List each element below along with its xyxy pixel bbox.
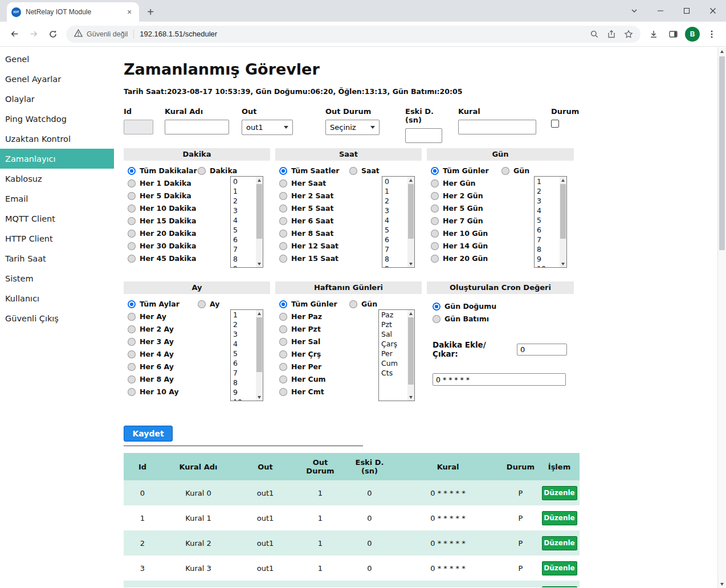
scroll-thumb[interactable]: [408, 184, 414, 239]
listbox[interactable]: 12345678910: [230, 309, 263, 401]
scroll-thumb[interactable]: [560, 184, 566, 239]
bookmark-star-icon[interactable]: [621, 27, 636, 42]
close-window-button[interactable]: [700, 0, 726, 22]
scroll-thumb[interactable]: [408, 317, 414, 385]
option[interactable]: Her 5 Dakika: [128, 191, 198, 200]
list-option[interactable]: 4: [231, 215, 256, 225]
option-list[interactable]: Gün: [349, 300, 415, 308]
option-all[interactable]: Tüm Saatler: [279, 166, 349, 175]
option[interactable]: Her 1 Dakika: [128, 179, 198, 187]
option[interactable]: Her 4 Ay: [128, 350, 198, 358]
option[interactable]: Her Çrş: [279, 350, 349, 358]
list-option[interactable]: 1: [382, 186, 407, 196]
option[interactable]: Her Sal: [279, 337, 349, 346]
list-option[interactable]: 6: [231, 358, 256, 368]
option[interactable]: Her 15 Saat: [279, 254, 349, 263]
list-option[interactable]: 8: [231, 254, 256, 264]
list-option[interactable]: 9: [382, 264, 407, 267]
list-option[interactable]: 6: [535, 225, 560, 235]
scroll-up-icon[interactable]: [407, 310, 414, 317]
option-list[interactable]: Saat: [349, 166, 415, 175]
scroll-down-icon[interactable]: [407, 394, 414, 401]
edit-button[interactable]: Düzenle: [542, 561, 577, 575]
option[interactable]: Her Ay: [128, 312, 198, 321]
sidebar-item-0[interactable]: Genel: [0, 49, 114, 69]
option[interactable]: Her 8 Saat: [279, 229, 349, 238]
sidebar-item-3[interactable]: Ping Watchdog: [0, 109, 114, 129]
url-text[interactable]: 192.168.1.51/scheduler: [140, 30, 217, 38]
listbox-scrollbar[interactable]: [256, 310, 263, 401]
list-option[interactable]: 0: [231, 177, 256, 186]
list-option[interactable]: 3: [535, 196, 560, 206]
tab-search-chevron-icon[interactable]: [621, 0, 647, 22]
list-option[interactable]: 6: [382, 235, 407, 244]
out-state-select[interactable]: Seçiniz: [325, 120, 380, 135]
save-button[interactable]: Kaydet: [124, 426, 173, 442]
listbox-scrollbar[interactable]: [407, 310, 414, 401]
option[interactable]: Her Cmt: [279, 387, 349, 396]
minute-offset-input[interactable]: [517, 344, 567, 356]
minimize-button[interactable]: [647, 0, 674, 22]
list-option[interactable]: 9: [535, 254, 560, 264]
scroll-up-icon[interactable]: [256, 310, 263, 317]
option-all[interactable]: Tüm Günler: [279, 300, 349, 308]
delay-input[interactable]: [405, 128, 442, 143]
list-option[interactable]: 1: [535, 177, 560, 186]
option[interactable]: Her 6 Ay: [128, 362, 198, 371]
downloads-icon[interactable]: [646, 26, 662, 42]
sidebar-item-2[interactable]: Olaylar: [0, 89, 114, 109]
sidebar-item-6[interactable]: Kablosuz: [0, 169, 114, 189]
listbox[interactable]: 0123456789: [230, 176, 263, 268]
page-scrollbar[interactable]: [717, 47, 726, 588]
option[interactable]: Her 15 Dakika: [128, 217, 198, 225]
edit-button[interactable]: Düzenle: [542, 511, 577, 525]
option[interactable]: Her 10 Ay: [128, 387, 198, 396]
list-option[interactable]: Paz: [379, 310, 407, 320]
list-option[interactable]: 7: [231, 368, 256, 378]
option-all[interactable]: Tüm Aylar: [128, 300, 198, 308]
cron-value-input[interactable]: [433, 373, 566, 386]
scroll-thumb[interactable]: [256, 317, 262, 372]
edit-button[interactable]: Düzenle: [542, 486, 577, 500]
option[interactable]: Her Cum: [279, 375, 349, 383]
sidebar-item-13[interactable]: Güvenli Çıkış: [0, 308, 114, 328]
sidebar-item-8[interactable]: MQTT Client: [0, 209, 114, 228]
listbox-scrollbar[interactable]: [407, 177, 414, 267]
scroll-down-icon[interactable]: [718, 580, 726, 588]
option[interactable]: Her 30 Dakika: [128, 242, 198, 250]
out-select[interactable]: out1: [242, 120, 293, 135]
listbox[interactable]: 0123456789: [382, 176, 415, 268]
option[interactable]: Her 45 Dakika: [128, 254, 198, 263]
option[interactable]: Her Paz: [279, 312, 349, 321]
list-option[interactable]: 4: [535, 206, 560, 215]
scroll-up-icon[interactable]: [718, 47, 726, 55]
list-option[interactable]: 9: [231, 387, 256, 397]
share-icon[interactable]: [604, 27, 619, 42]
option[interactable]: Her 12 Saat: [279, 242, 349, 250]
forward-button[interactable]: [26, 26, 42, 42]
list-option[interactable]: 0: [382, 177, 407, 186]
scroll-up-icon[interactable]: [407, 177, 414, 183]
rule-input[interactable]: [458, 120, 536, 134]
sidebar-item-12[interactable]: Kullanıcı: [0, 288, 114, 308]
listbox[interactable]: PazPztSalÇarşPerCumCts: [378, 309, 415, 401]
scroll-down-icon[interactable]: [256, 260, 263, 267]
option[interactable]: Her 8 Ay: [128, 375, 198, 383]
listbox[interactable]: 12345678910: [534, 176, 567, 268]
list-option[interactable]: 4: [382, 215, 407, 225]
rule-name-input[interactable]: [165, 120, 229, 134]
option-sunrise[interactable]: Gün Doğumu: [433, 302, 567, 311]
list-option[interactable]: 9: [231, 264, 256, 267]
list-option[interactable]: 8: [231, 378, 256, 387]
sidebar-item-10[interactable]: Tarih Saat: [0, 248, 114, 268]
option[interactable]: Her 10 Gün: [431, 229, 501, 238]
list-option[interactable]: 6: [231, 235, 256, 244]
option[interactable]: Her Pzt: [279, 325, 349, 333]
list-option[interactable]: 5: [231, 349, 256, 358]
list-option[interactable]: 8: [382, 254, 407, 264]
list-option[interactable]: 5: [535, 215, 560, 225]
scroll-thumb[interactable]: [256, 184, 262, 239]
list-option[interactable]: 8: [535, 244, 560, 254]
option[interactable]: Her 10 Dakika: [128, 204, 198, 213]
option[interactable]: Her Saat: [279, 179, 349, 187]
